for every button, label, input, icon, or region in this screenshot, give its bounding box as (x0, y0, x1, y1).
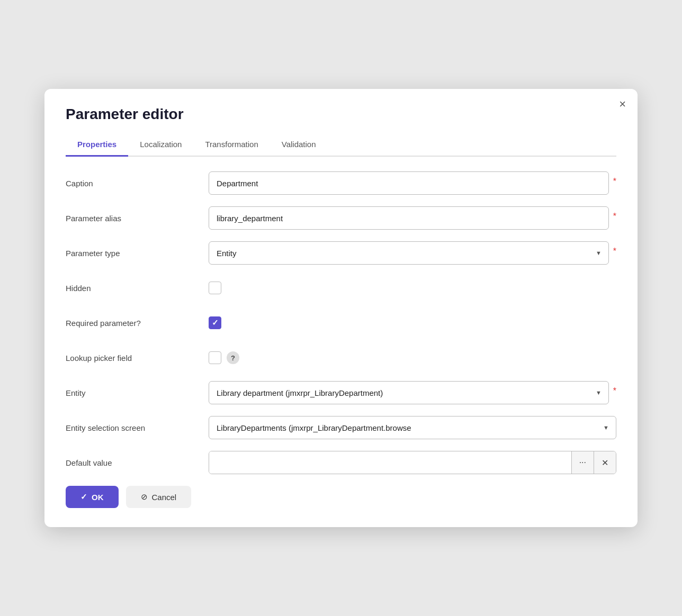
entity-required-star: * (613, 386, 616, 396)
lookup-picker-checkbox[interactable] (209, 351, 221, 364)
default-value-label: Default value (66, 458, 209, 467)
default-value-row: Default value ··· ✕ (66, 451, 616, 474)
tab-properties[interactable]: Properties (66, 134, 128, 157)
default-value-input[interactable] (209, 451, 571, 474)
dialog-title: Parameter editor (66, 106, 616, 123)
parameter-alias-required-star: * (613, 212, 616, 221)
default-value-control: ··· ✕ (209, 451, 616, 474)
ok-button[interactable]: ✓ OK (66, 486, 119, 508)
lookup-picker-label: Lookup picker field (66, 354, 209, 363)
entity-selection-select-wrap: LibraryDepartments (jmxrpr_LibraryDepart… (209, 416, 616, 439)
parameter-alias-label: Parameter alias (66, 214, 209, 223)
caption-input[interactable] (209, 171, 609, 195)
form-body: Caption * Parameter alias * Parameter ty… (66, 171, 616, 474)
parameter-type-select-wrap: Entity String Integer Boolean Date (209, 241, 609, 265)
lookup-picker-control: ? (209, 351, 616, 364)
default-value-dots-button[interactable]: ··· (571, 451, 594, 474)
hidden-checkbox[interactable] (209, 282, 221, 294)
tab-validation[interactable]: Validation (270, 134, 328, 157)
parameter-alias-row: Parameter alias * (66, 206, 616, 230)
entity-label: Entity (66, 388, 209, 397)
entity-selection-row: Entity selection screen LibraryDepartmen… (66, 416, 616, 439)
cancel-icon: ⊘ (141, 492, 148, 502)
entity-select-wrap: Library department (jmxrpr_LibraryDepart… (209, 381, 609, 404)
entity-selection-control: LibraryDepartments (jmxrpr_LibraryDepart… (209, 416, 616, 439)
parameter-type-row: Parameter type Entity String Integer Boo… (66, 241, 616, 265)
hidden-control (209, 282, 616, 294)
hidden-row: Hidden (66, 276, 616, 300)
parameter-type-select[interactable]: Entity String Integer Boolean Date (209, 241, 609, 265)
parameter-type-required-star: * (613, 247, 616, 256)
tab-transformation[interactable]: Transformation (193, 134, 270, 157)
cancel-label: Cancel (152, 493, 177, 502)
entity-selection-select[interactable]: LibraryDepartments (jmxrpr_LibraryDepart… (209, 416, 616, 439)
required-checkbox[interactable] (209, 316, 221, 329)
lookup-picker-row: Lookup picker field ? (66, 346, 616, 369)
parameter-type-label: Parameter type (66, 249, 209, 258)
tabs-bar: Properties Localization Transformation V… (66, 134, 616, 157)
default-value-field-wrap: ··· ✕ (209, 451, 616, 474)
parameter-alias-control: * (209, 206, 616, 230)
dialog-footer: ✓ OK ⊘ Cancel (66, 486, 616, 508)
parameter-alias-input[interactable] (209, 206, 609, 230)
close-button[interactable]: × (619, 98, 626, 110)
required-label: Required parameter? (66, 319, 209, 328)
default-value-clear-button[interactable]: ✕ (594, 451, 616, 474)
caption-control: * (209, 171, 616, 195)
caption-label: Caption (66, 179, 209, 188)
entity-selection-label: Entity selection screen (66, 423, 209, 432)
entity-row: Entity Library department (jmxrpr_Librar… (66, 381, 616, 404)
entity-select[interactable]: Library department (jmxrpr_LibraryDepart… (209, 381, 609, 404)
parameter-editor-dialog: × Parameter editor Properties Localizati… (44, 89, 638, 527)
required-control (209, 316, 616, 329)
caption-required-star: * (613, 177, 616, 186)
caption-row: Caption * (66, 171, 616, 195)
tab-localization[interactable]: Localization (128, 134, 193, 157)
ok-check-icon: ✓ (80, 492, 87, 502)
lookup-picker-help-icon[interactable]: ? (227, 351, 239, 364)
entity-control: Library department (jmxrpr_LibraryDepart… (209, 381, 616, 404)
required-row: Required parameter? (66, 311, 616, 334)
hidden-label: Hidden (66, 284, 209, 293)
cancel-button[interactable]: ⊘ Cancel (126, 486, 192, 508)
ok-label: OK (92, 493, 104, 502)
parameter-type-control: Entity String Integer Boolean Date * (209, 241, 616, 265)
